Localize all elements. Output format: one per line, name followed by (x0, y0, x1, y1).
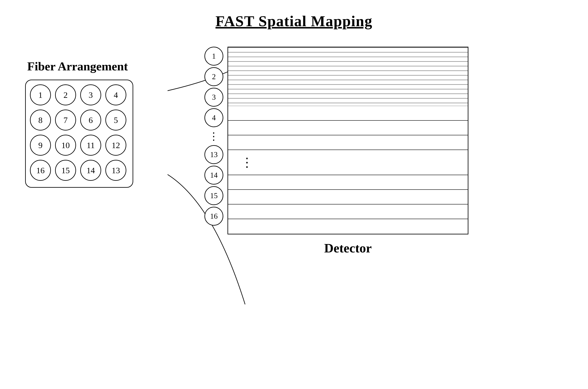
fiber-col-13: 13 (204, 145, 223, 164)
page-title: FAST Spatial Mapping (0, 0, 588, 30)
fiber-cell-4-1: 16 (30, 160, 51, 181)
detector-row-3 (228, 135, 468, 150)
detector-dense-top (228, 47, 468, 106)
fiber-cell-4-4: 13 (105, 160, 126, 181)
fiber-cell-3-1: 9 (30, 135, 51, 156)
fiber-cell-2-1: 8 (30, 110, 51, 130)
fiber-cell-3-4: 12 (105, 135, 126, 156)
fiber-cell-4-2: 15 (55, 160, 76, 181)
detector-row-16 (228, 219, 468, 234)
fiber-cell-4-3: 14 (80, 160, 101, 181)
fiber-arrangement-label: Fiber Arrangement (27, 59, 128, 73)
fiber-grid: 1 2 3 4 8 7 6 5 9 10 11 12 16 15 14 13 (25, 80, 133, 188)
detector-row-1 (228, 106, 468, 121)
fiber-col-14: 14 (204, 166, 223, 185)
fiber-cell-2-2: 7 (55, 110, 76, 130)
detector-label: Detector (324, 241, 372, 256)
fiber-col-2: 2 (204, 67, 223, 86)
fiber-col-3: 3 (204, 88, 223, 107)
fiber-col-16: 16 (204, 207, 223, 226)
fiber-cell-1-4: 4 (105, 84, 126, 105)
detector-box: ⋮ (228, 47, 468, 234)
fiber-column: 1 2 3 4 ⋮ 13 14 15 16 (204, 47, 223, 226)
detector-row-15 (228, 204, 468, 219)
fiber-col-4: 4 (204, 108, 223, 127)
detector-container: ⋮ Detector (228, 47, 468, 256)
fiber-col-1: 1 (204, 47, 223, 65)
detector-row-13 (228, 175, 468, 190)
fiber-cell-3-3: 11 (80, 135, 101, 156)
fiber-arrangement: Fiber Arrangement 1 2 3 4 8 7 6 5 9 10 1… (25, 59, 133, 188)
fiber-col-15: 15 (204, 186, 223, 205)
fiber-cell-1-2: 2 (55, 84, 76, 105)
detector-row-14 (228, 190, 468, 204)
fiber-cell-1-3: 3 (80, 84, 101, 105)
detector-dots: ⋮ (228, 150, 468, 175)
fiber-cell-3-2: 10 (55, 135, 76, 156)
fiber-cell-2-4: 5 (105, 110, 126, 130)
fiber-cell-2-3: 6 (80, 110, 101, 130)
fiber-cell-1-1: 1 (30, 84, 51, 105)
detector-row-2 (228, 121, 468, 135)
fiber-col-dots-top: ⋮ (208, 129, 219, 143)
